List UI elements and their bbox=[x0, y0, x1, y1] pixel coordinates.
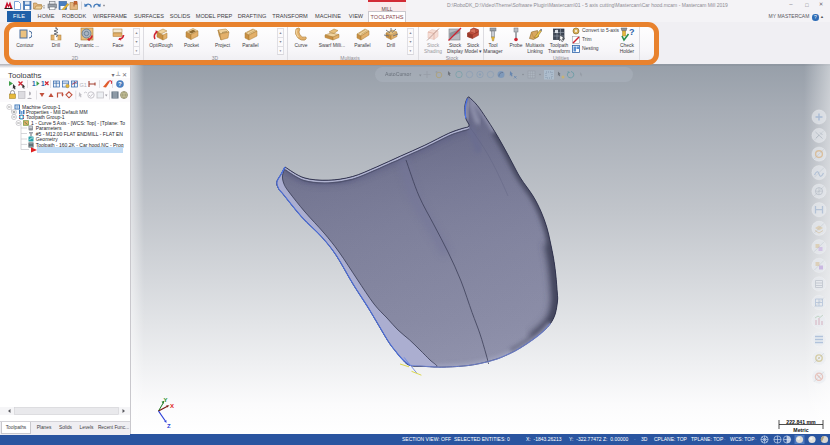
svg-text:X: X bbox=[170, 403, 174, 409]
svg-text:Z: Z bbox=[167, 423, 171, 429]
svg-text:Y: Y bbox=[164, 397, 168, 403]
svg-text:222.841 mm: 222.841 mm bbox=[786, 419, 816, 425]
svg-text:Metric: Metric bbox=[793, 427, 808, 433]
